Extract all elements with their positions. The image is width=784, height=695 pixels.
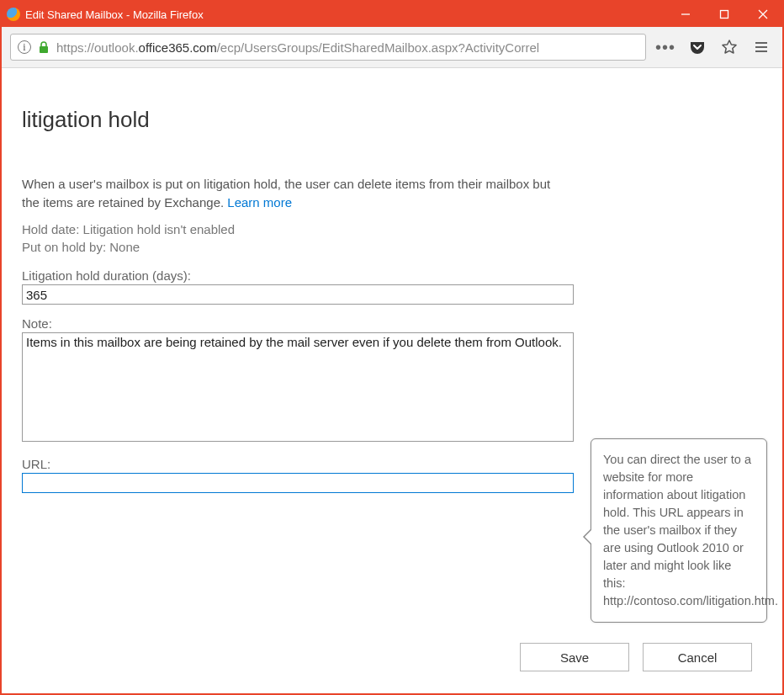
hold-meta: Hold date: Litigation hold isn't enabled…	[22, 220, 762, 257]
url-input[interactable]	[22, 473, 574, 493]
url-path: /ecp/UsersGroups/EditSharedMailbox.aspx?…	[217, 40, 540, 55]
maximize-button[interactable]	[705, 2, 744, 27]
bookmark-star-icon[interactable]	[717, 34, 742, 60]
svg-rect-4	[40, 46, 48, 53]
minimize-button[interactable]	[666, 2, 705, 27]
url-host: office365.com	[139, 40, 217, 55]
svg-rect-1	[721, 11, 728, 19]
page-actions-icon[interactable]: •••	[653, 34, 678, 60]
note-label: Note:	[22, 316, 762, 331]
save-button[interactable]: Save	[520, 643, 629, 671]
browser-toolbar: i https://outlook.office365.com/ecp/User…	[2, 27, 782, 68]
cancel-button[interactable]: Cancel	[643, 643, 752, 671]
titlebar: Edit Shared Mailbox - Mozilla Firefox	[2, 2, 782, 27]
address-bar[interactable]: i https://outlook.office365.com/ecp/User…	[10, 34, 646, 61]
page-title: litigation hold	[22, 107, 762, 133]
note-textarea[interactable]	[22, 332, 574, 442]
firefox-icon	[7, 8, 20, 21]
close-button[interactable]	[744, 2, 782, 27]
url-tooltip-text: You can direct the user to a website for…	[603, 453, 778, 607]
site-info-icon[interactable]: i	[18, 40, 31, 54]
menu-icon[interactable]	[749, 34, 774, 60]
window-title: Edit Shared Mailbox - Mozilla Firefox	[25, 8, 204, 21]
hold-date-line: Hold date: Litigation hold isn't enabled	[22, 220, 762, 239]
app-window: Edit Shared Mailbox - Mozilla Firefox i …	[0, 0, 784, 695]
pocket-icon[interactable]	[685, 34, 710, 60]
intro-text: When a user's mailbox is put on litigati…	[22, 175, 569, 212]
footer-buttons: Save Cancel	[520, 643, 752, 671]
url-text: https://outlook.office365.com/ecp/UsersG…	[56, 40, 539, 55]
duration-label: Litigation hold duration (days):	[22, 268, 762, 283]
duration-input[interactable]	[22, 284, 574, 305]
page-content: litigation hold When a user's mailbox is…	[2, 68, 782, 693]
url-prefix: https://outlook.	[56, 40, 139, 55]
learn-more-link[interactable]: Learn more	[227, 195, 292, 210]
put-on-hold-line: Put on hold by: None	[22, 238, 762, 257]
lock-icon	[38, 40, 50, 54]
url-tooltip: You can direct the user to a website for…	[591, 438, 767, 623]
